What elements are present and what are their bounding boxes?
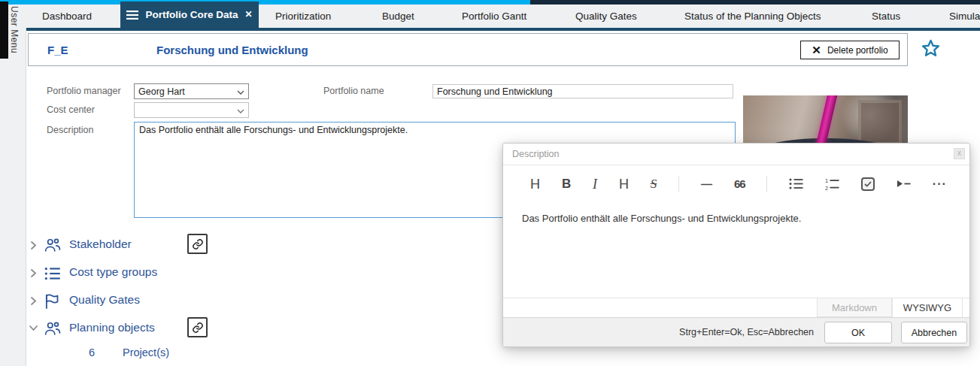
portfolio-name-input[interactable] [432, 84, 733, 98]
numbered-list-button[interactable]: 1 2 [825, 177, 839, 191]
link-icon[interactable] [187, 234, 208, 254]
tab-prioritization[interactable]: Prioritization [275, 5, 331, 28]
italic-button[interactable]: I [593, 177, 597, 191]
delete-label: Delete portfolio [827, 45, 888, 56]
toolbar-divider [678, 176, 679, 192]
section-stakeholder[interactable]: Stakeholder [69, 237, 132, 251]
svg-text:2: 2 [825, 184, 828, 191]
project-count-label[interactable]: Project(s) [123, 346, 169, 358]
heading-button[interactable]: H [530, 177, 540, 191]
people-icon [43, 319, 62, 338]
project-count: 6 [89, 346, 95, 358]
more-options-button[interactable]: ··· [933, 178, 947, 190]
chevron-right-icon[interactable] [30, 240, 38, 250]
dialog-close-icon[interactable]: x [954, 148, 965, 159]
tab-label: Portfolio Core Data [145, 3, 238, 26]
chevron-down-icon [237, 90, 244, 95]
editor-toolbar: H B I H S — 66 1 2 [503, 165, 969, 202]
user-menu-label[interactable]: User Menu [9, 6, 20, 53]
wysiwyg-mode-tab[interactable]: WYSIWYG [892, 298, 963, 317]
toolbar-divider [766, 176, 767, 192]
portfolio-code: F_E [47, 44, 68, 56]
tab-portfolio-core-data[interactable]: Portfolio Core Data ✕ [120, 2, 259, 28]
chevron-right-icon[interactable] [30, 268, 38, 277]
delete-x-icon: ✕ [812, 44, 821, 56]
blockquote-button[interactable]: 66 [734, 178, 745, 189]
tab-portfolio-gantt[interactable]: Portfolio Gantt [462, 5, 526, 28]
page-title: Forschung und Entwicklung [156, 44, 308, 56]
editor-text: Das Portfolio enthält alle Forschungs- u… [522, 213, 801, 224]
section-cost-type-groups[interactable]: Cost type groups [69, 265, 157, 279]
tab-close-icon[interactable]: ✕ [244, 3, 252, 26]
section-planning-objects[interactable]: Planning objects [69, 321, 155, 334]
image-background-equipment [858, 100, 902, 145]
task-list-button[interactable] [861, 177, 875, 191]
flag-icon [43, 292, 62, 311]
ok-button[interactable]: OK [824, 322, 892, 343]
hamburger-icon[interactable] [126, 11, 138, 20]
description-editor-dialog: Description x H B I H S — 66 1 2 [502, 143, 970, 347]
description-label: Description [47, 125, 94, 135]
portfolio-name-label: Portfolio name [323, 86, 384, 96]
indent-button[interactable] [897, 178, 911, 189]
tab-quality-gates[interactable]: Quality Gates [575, 5, 637, 28]
delete-portfolio-button[interactable]: ✕ Delete portfolio [800, 41, 900, 59]
link-icon[interactable] [187, 317, 208, 337]
bullet-list-button[interactable] [789, 177, 803, 190]
chevron-right-icon[interactable] [30, 296, 38, 305]
tab-budget[interactable]: Budget [382, 5, 414, 28]
tab-status[interactable]: Status [872, 5, 900, 28]
markdown-mode-tab[interactable]: Markdown [817, 298, 892, 317]
horizontal-rule-button[interactable]: — [701, 178, 712, 189]
svg-text:1: 1 [825, 177, 828, 184]
tab-status-planning-objects[interactable]: Status of the Planning Objects [684, 5, 821, 28]
dialog-footer: Strg+Enter=Ok, Esc=Abbrechen OK Abbreche… [503, 317, 969, 346]
bold-button[interactable]: B [562, 177, 571, 190]
cancel-button[interactable]: Abbrechen [901, 322, 967, 343]
user-menu-handle[interactable] [0, 2, 8, 59]
chevron-down-icon[interactable] [29, 325, 38, 332]
cost-center-select[interactable] [134, 102, 249, 118]
heading2-button[interactable]: H [619, 177, 629, 191]
favorite-star-icon[interactable] [921, 38, 941, 59]
chevron-down-icon [237, 109, 244, 113]
dialog-title: Description [512, 149, 560, 159]
tab-simulation[interactable]: Simula [949, 5, 980, 28]
portfolio-manager-select[interactable]: Georg Hart [134, 83, 249, 99]
shortcut-hint: Strg+Enter=Ok, Esc=Abbrechen [679, 327, 814, 337]
portfolio-manager-value: Georg Hart [138, 86, 185, 97]
portfolio-manager-label: Portfolio manager [47, 86, 121, 96]
portfolio-header: F_E Forschung und Entwicklung ✕ Delete p… [28, 33, 908, 66]
people-icon [43, 235, 62, 255]
cost-center-label: Cost center [47, 104, 95, 115]
tab-dashboard[interactable]: Dashboard [42, 5, 92, 28]
left-rail [0, 28, 26, 366]
editor-content-area[interactable]: Das Portfolio enthält alle Forschungs- u… [503, 202, 969, 298]
section-quality-gates[interactable]: Quality Gates [69, 293, 140, 307]
list-icon [43, 264, 62, 283]
app-window: Dashboard Portfolio Core Data ✕ Prioriti… [0, 0, 980, 366]
strikethrough-button[interactable]: S [651, 177, 657, 190]
